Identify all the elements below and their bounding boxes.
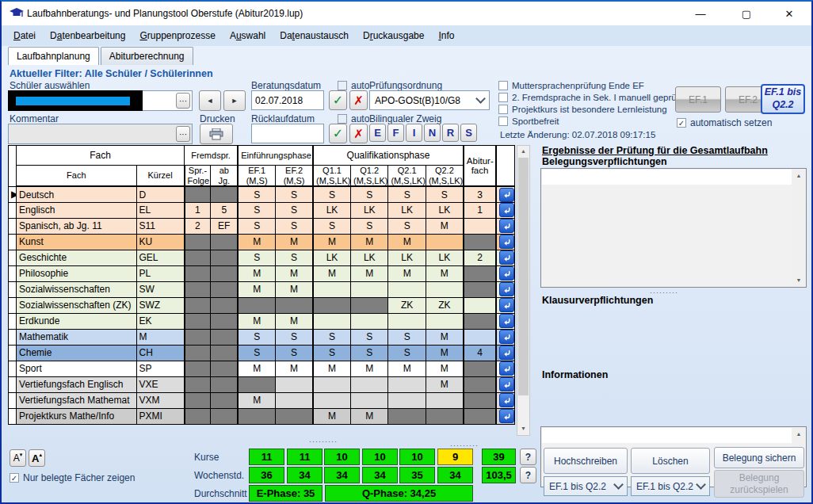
cell-q21[interactable]: S bbox=[388, 186, 426, 202]
bilingual-button-r[interactable]: R bbox=[442, 124, 459, 142]
cell-q21[interactable]: S bbox=[388, 345, 426, 361]
row-undo-button[interactable] bbox=[499, 346, 514, 360]
cell-q22[interactable] bbox=[426, 392, 463, 408]
cell-q21[interactable]: M bbox=[388, 265, 426, 281]
grid-vertical-scrollbar[interactable]: ▲ ▼ bbox=[517, 145, 530, 436]
belegung-listbox[interactable]: ▲ ▼ bbox=[540, 168, 807, 288]
print-button[interactable] bbox=[200, 124, 233, 144]
loeschen-button[interactable]: Löschen bbox=[631, 448, 710, 474]
cell-abiturfach[interactable] bbox=[464, 218, 496, 234]
option-checkbox-1[interactable]: 2. Fremdsprache in Sek. I manuell geprüf… bbox=[498, 93, 681, 102]
cell-ef1[interactable]: S bbox=[238, 329, 275, 345]
cell-q22[interactable]: M bbox=[426, 329, 463, 345]
cell-ef2[interactable]: S bbox=[276, 218, 313, 234]
cell-q21[interactable] bbox=[388, 281, 426, 297]
auto-setzen-checkbox[interactable]: ✓automatisch setzen bbox=[677, 117, 772, 128]
cell-kuerzel[interactable]: SW bbox=[136, 281, 185, 297]
row-undo-button[interactable] bbox=[499, 361, 514, 376]
cell-ef1[interactable]: S bbox=[238, 218, 275, 234]
cell-q12[interactable] bbox=[351, 313, 388, 329]
cell-ef1[interactable]: S bbox=[238, 345, 275, 361]
cell-q11[interactable]: M bbox=[313, 361, 350, 376]
menu-item-druckausgabe[interactable]: Druckausgabe bbox=[356, 28, 431, 44]
cell-kuerzel[interactable]: EK bbox=[136, 313, 185, 329]
bilingual-button-f[interactable]: F bbox=[387, 124, 404, 142]
beratungsdatum-cancel-button[interactable]: ✗ bbox=[349, 90, 368, 110]
row-undo-button[interactable] bbox=[499, 282, 514, 296]
cell-ef2[interactable]: S bbox=[276, 329, 313, 345]
bilingual-button-s[interactable]: S bbox=[460, 124, 477, 142]
cell-kuerzel[interactable]: M bbox=[136, 329, 185, 345]
cell-q21[interactable]: S bbox=[388, 329, 426, 345]
bilingual-button-i[interactable]: I bbox=[406, 124, 422, 142]
cell-ef1[interactable]: M bbox=[238, 281, 275, 297]
cell-ef2[interactable]: S bbox=[276, 186, 313, 202]
cell-q21[interactable] bbox=[388, 313, 426, 329]
menu-item-datei[interactable]: Datei bbox=[6, 28, 43, 44]
cell-q21[interactable]: M bbox=[388, 361, 426, 376]
cell-fach[interactable]: Englisch bbox=[17, 202, 136, 218]
menu-item-gruppenprozesse[interactable]: Gruppenprozesse bbox=[132, 28, 222, 44]
cell-fach[interactable]: Erdkunde bbox=[17, 313, 136, 329]
cell-q12[interactable]: S bbox=[351, 329, 388, 345]
cell-abjg[interactable]: EF bbox=[211, 218, 238, 234]
cell-q11[interactable]: M bbox=[313, 265, 350, 281]
phase-ef1-q22-button[interactable]: EF.1 bis Q2.2 bbox=[761, 84, 805, 114]
cell-kuerzel[interactable]: PL bbox=[136, 265, 185, 281]
cell-q21[interactable]: S bbox=[388, 218, 426, 234]
menu-item-info[interactable]: Info bbox=[431, 28, 461, 44]
cell-sprfolge[interactable]: 2 bbox=[185, 218, 211, 234]
cell-abiturfach[interactable]: 3 bbox=[464, 186, 496, 202]
cell-q12[interactable]: M bbox=[351, 265, 388, 281]
cell-q21[interactable] bbox=[388, 392, 426, 408]
cell-fach[interactable]: Vertiefungsfach Englisch bbox=[17, 376, 136, 392]
cell-fach[interactable]: Sozialwissenschaften (ZK) bbox=[17, 297, 136, 313]
row-undo-button[interactable] bbox=[499, 188, 514, 202]
beratungsdatum-input[interactable] bbox=[251, 90, 324, 110]
cell-kuerzel[interactable]: VXE bbox=[136, 376, 185, 392]
cell-q11[interactable] bbox=[313, 392, 350, 408]
cell-ef2[interactable]: M bbox=[276, 313, 313, 329]
menu-item-datenaustausch[interactable]: Datenaustausch bbox=[273, 28, 356, 44]
bilingual-button-n[interactable]: N bbox=[424, 124, 441, 142]
cell-kuerzel[interactable]: VXM bbox=[136, 392, 185, 408]
cell-q12[interactable]: M bbox=[351, 408, 388, 424]
cell-q22[interactable]: ZK bbox=[426, 297, 463, 313]
cell-q12[interactable]: LK bbox=[351, 202, 388, 218]
cell-q22[interactable]: M bbox=[426, 361, 463, 376]
cell-q11[interactable]: S bbox=[313, 345, 350, 361]
cell-fach[interactable]: Projektkurs Mathe/Info bbox=[17, 408, 136, 424]
tab-laufbahnplanung[interactable]: Laufbahnplanung bbox=[8, 47, 99, 65]
cell-q22[interactable]: S bbox=[426, 186, 463, 202]
maximize-button[interactable]: ▢ bbox=[729, 2, 764, 25]
cell-abiturfach[interactable] bbox=[464, 329, 496, 345]
option-checkbox-0[interactable]: Muttersprachenprüfung Ende EF bbox=[498, 81, 681, 90]
cell-q21[interactable]: LK bbox=[388, 250, 426, 265]
kommentar-field[interactable] bbox=[8, 124, 193, 144]
cell-q12[interactable]: S bbox=[351, 345, 388, 361]
cell-fach[interactable]: Kunst bbox=[17, 234, 136, 250]
row-undo-button[interactable] bbox=[499, 219, 514, 233]
pruefungsordnung-select[interactable]: APO-GOSt(B)10/G8 bbox=[369, 90, 490, 110]
cell-kuerzel[interactable]: SWZ bbox=[136, 297, 185, 313]
belegung-sichern-button[interactable]: Belegung sichern bbox=[714, 447, 804, 468]
cell-q11[interactable] bbox=[313, 313, 350, 329]
ruecklaufdatum-input[interactable] bbox=[251, 124, 324, 143]
font-smaller-button[interactable]: A▾ bbox=[10, 449, 26, 467]
cell-ef1[interactable]: M bbox=[238, 234, 275, 250]
cell-fach[interactable]: Philosophie bbox=[17, 265, 136, 281]
menu-item-datenbearbeitung[interactable]: Datenbearbeitung bbox=[43, 28, 132, 44]
cell-ef2[interactable]: S bbox=[276, 250, 313, 265]
row-undo-button[interactable] bbox=[499, 203, 514, 217]
beratungsdatum-confirm-button[interactable]: ✓ bbox=[329, 90, 347, 110]
splitter-grip[interactable]: ········· bbox=[450, 443, 479, 448]
cell-q21[interactable] bbox=[388, 376, 426, 392]
ruecklaufdatum-confirm-button[interactable]: ✓ bbox=[329, 124, 347, 143]
row-undo-button[interactable] bbox=[499, 250, 514, 265]
cell-q22[interactable]: M bbox=[426, 218, 463, 234]
belegung-zurueckspielen-button[interactable]: Belegung zurückspielen bbox=[714, 470, 804, 498]
splitter-grip[interactable]: ········· bbox=[309, 439, 338, 444]
cell-fach[interactable]: Spanisch, ab Jg. 11 bbox=[17, 218, 136, 234]
cell-q11[interactable]: S bbox=[313, 186, 350, 202]
kommentar-browse-button[interactable]: ··· bbox=[176, 126, 190, 142]
